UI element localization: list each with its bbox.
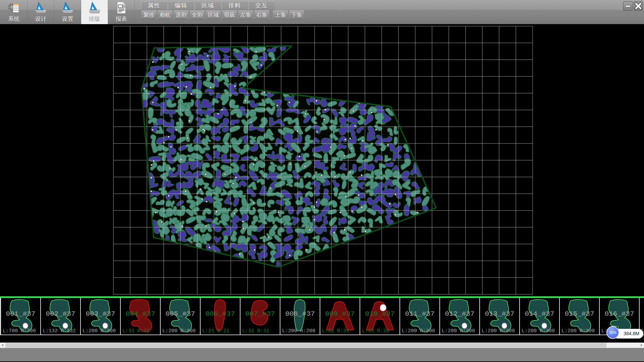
main-button-report[interactable]: 报表 — [108, 0, 135, 24]
thumbnail-cell[interactable]: 012_#37L:200 R:200 — [440, 298, 480, 335]
thumbnail-cell[interactable]: 009_#37L:32 R:31 — [320, 298, 360, 335]
thumbnail-cell[interactable]: 015_#37L:200 R:200 — [560, 298, 600, 335]
piece-thumbnail-strip: 001_#37L:700 R:700002_#37L:132 R:132003_… — [0, 298, 644, 335]
piece-shape-icon — [243, 299, 277, 334]
piece-shape-icon — [84, 299, 117, 334]
main-button-design[interactable]: 设计 — [28, 0, 54, 24]
piece-shape-icon — [323, 299, 357, 334]
nesting-icon — [88, 1, 101, 15]
nesting-canvas-svg — [0, 24, 644, 296]
thumbnail-cell[interactable]: 010_#37L:33 R:33 — [360, 298, 400, 335]
tool-button-cut-all[interactable]: 全割 — [190, 10, 205, 19]
minimize-button[interactable] — [623, 1, 633, 11]
tool-button-defect[interactable]: 瑕疵 — [222, 10, 237, 19]
settings-icon — [61, 1, 74, 15]
piece-shape-icon — [4, 299, 37, 334]
piece-shape-icon — [483, 299, 516, 334]
piece-shape-icon — [203, 299, 237, 334]
report-icon — [115, 1, 128, 15]
thumbnail-cell[interactable]: 007_#37L:31 R:31 — [240, 298, 280, 335]
thumbnail-cell[interactable]: 011_#37L:200 R:200 — [400, 298, 440, 335]
piece-shape-icon — [562, 299, 596, 334]
thumbnail-cell[interactable]: 014_#37L:200 R:200 — [520, 298, 560, 335]
thumbnail-cell[interactable]: 002_#37L:132 R:132 — [41, 298, 81, 335]
piece-shape-icon — [403, 299, 436, 334]
menu-tab-interact[interactable]: 交互 — [248, 1, 275, 10]
thumbnail-cell[interactable]: 013_#37L:200 R:200 — [480, 298, 520, 335]
main-button-system[interactable]: 系统 — [1, 0, 28, 24]
scrollbar-thumb[interactable] — [5, 343, 606, 348]
main-button-label: 系统 — [1, 15, 27, 23]
main-button-label: 设置 — [54, 15, 81, 23]
tool-button-snap-right[interactable]: 右靠 — [254, 10, 269, 19]
tool-button-cluster-nest[interactable]: 聚排 — [141, 10, 157, 19]
window-controls — [623, 1, 643, 11]
tool-button-snap-left[interactable]: 左靠 — [238, 10, 253, 19]
scroll-left-icon[interactable]: ‹ — [0, 343, 5, 348]
menu-tab-edit[interactable]: 编辑 — [168, 1, 195, 10]
piece-shape-icon — [123, 299, 157, 334]
piece-shape-icon — [363, 299, 396, 334]
thumbnail-cell[interactable]: 005_#37L:200 R:200 — [161, 298, 201, 335]
piece-shape-icon — [163, 299, 197, 334]
piece-shape-icon — [523, 299, 556, 334]
thumbnail-cell[interactable]: 003_#37L:200 R:200 — [81, 298, 121, 335]
nesting-canvas[interactable] — [0, 24, 644, 296]
main-button-nesting[interactable]: 排版 — [81, 0, 108, 24]
tool-button-camera[interactable]: 相机 — [157, 10, 173, 19]
system-icon — [7, 1, 21, 15]
main-button-label: 报表 — [108, 15, 135, 23]
scroll-right-icon[interactable]: › — [639, 343, 644, 348]
thumbnail-cell[interactable]: 004_#37L:31 R:31 — [121, 298, 161, 335]
piece-shape-icon — [44, 299, 77, 334]
menu-tab-row: 属性编辑区域排料交互 — [141, 1, 275, 10]
progress-percent-badge: 38% — [606, 326, 619, 339]
main-toolbar: 系统设计设置排版报表 属性编辑区域排料交互 聚排相机选割全割区域瑕疵左靠右靠上靠… — [0, 0, 644, 24]
horizontal-scrollbar[interactable]: ‹ › — [0, 343, 644, 348]
tool-button-snap-top[interactable]: 上靠 — [273, 10, 288, 19]
memory-usage-badge[interactable]: 384.8M 38% — [606, 326, 644, 340]
close-icon — [634, 6, 643, 11]
status-bar — [0, 348, 644, 362]
tool-button-snap-bottom[interactable]: 下靠 — [289, 10, 304, 19]
tool-button-select-cut[interactable]: 选割 — [173, 10, 189, 19]
menu-tab-material[interactable]: 排料 — [221, 1, 248, 10]
design-icon — [34, 1, 48, 15]
piece-shape-icon — [283, 299, 317, 334]
piece-shape-icon — [443, 299, 476, 334]
menu-tab-properties[interactable]: 属性 — [141, 1, 168, 10]
main-button-label: 排版 — [81, 15, 108, 23]
thumbnail-cell[interactable]: 006_#37L:21 R:21 — [201, 298, 240, 335]
thumbnail-cell[interactable]: 001_#37L:700 R:700 — [1, 298, 41, 335]
tool-button-row: 聚排相机选割全割区域瑕疵左靠右靠上靠下靠 — [141, 10, 304, 19]
main-button-settings[interactable]: 设置 — [54, 0, 81, 24]
minimize-icon — [624, 6, 632, 11]
close-button[interactable] — [634, 1, 643, 11]
menu-tab-region[interactable]: 区域 — [195, 1, 221, 10]
thumbnail-cell[interactable]: 008_#37L:200 R:200 — [280, 298, 320, 335]
tool-button-region[interactable]: 区域 — [206, 10, 221, 19]
main-button-label: 设计 — [28, 15, 54, 23]
